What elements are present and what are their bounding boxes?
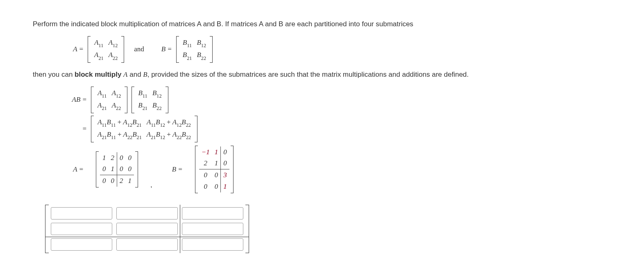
answer-cell-input[interactable] <box>51 238 112 251</box>
matrix-A-cell: 0 <box>117 152 126 164</box>
label-B-eq: B = <box>154 44 172 54</box>
numeric-AB: A = 120001000021 , B = −110210003001 <box>66 146 611 193</box>
label-A-eq-numeric: A = <box>66 165 84 174</box>
answer-cell-input[interactable] <box>51 207 112 219</box>
matrix-A-cell: 1 <box>100 152 109 164</box>
matrix-B-cell: 0 <box>212 169 221 181</box>
matrix-B-cell: 0 <box>199 169 212 181</box>
matrix-B-cell: 1 <box>221 181 229 192</box>
matrix-A-block-copy: A11 A12 A21 A22 <box>91 87 127 113</box>
block-AB-formula: AB = A11 A12 A21 A22 B11 B12 B2 <box>66 87 611 142</box>
label-B-eq-numeric: B = <box>165 165 183 174</box>
matrix-B-block: B11 B12 B21 B22 <box>176 36 213 63</box>
matrix-A-cell: 0 <box>126 163 134 175</box>
matrix-B-cell: 0 <box>212 181 221 192</box>
intro-paragraph-2: then you can block multiply A and B, pro… <box>33 70 611 80</box>
matrix-B-cell: 1 <box>212 146 221 158</box>
connect-word: and <box>134 44 144 54</box>
matrix-B-cell: 0 <box>221 158 229 169</box>
answer-partition-horizontal <box>45 237 249 237</box>
matrix-A-numeric: 120001000021 <box>96 151 138 187</box>
matrix-B-cell: 1 <box>212 158 221 169</box>
answer-cell-input[interactable] <box>51 223 112 235</box>
matrix-A-cell: 2 <box>109 152 117 164</box>
label-AB-eq: AB = <box>66 95 87 105</box>
matrix-A-cell: 0 <box>100 163 109 175</box>
matrix-A-block: A11 A12 A21 A22 <box>88 36 124 63</box>
matrix-A-cell: 0 <box>100 175 109 187</box>
matrix-A-cell: 2 <box>117 175 126 187</box>
answer-cell-input[interactable] <box>182 207 243 219</box>
label-A-eq: A = <box>66 44 84 54</box>
matrix-A-cell: 0 <box>126 152 134 164</box>
matrix-B-cell: 0 <box>221 146 229 158</box>
matrix-A-cell: 0 <box>117 163 126 175</box>
answer-cell-input[interactable] <box>182 238 243 251</box>
answer-cell-input[interactable] <box>116 223 178 235</box>
answer-matrix <box>45 205 249 253</box>
matrix-B-cell: −1 <box>199 146 212 158</box>
label-eq: = <box>66 124 87 134</box>
matrix-B-cell: 3 <box>221 169 229 181</box>
block-definition-AB: A = A11 A12 A21 A22 and B = B11 B12 <box>66 36 611 63</box>
matrix-A-cell: 0 <box>109 175 117 187</box>
matrix-B-numeric: −110210003001 <box>195 146 234 193</box>
matrix-B-block-copy: B11 B12 B21 B22 <box>132 87 168 113</box>
answer-cell-input[interactable] <box>182 223 243 235</box>
intro-paragraph-1: Perform the indicated block multiplicati… <box>33 19 611 29</box>
matrix-B-cell: 0 <box>199 181 212 192</box>
matrix-A-cell: 1 <box>126 175 134 187</box>
matrix-A-cell: 1 <box>109 163 117 175</box>
answer-cell-input[interactable] <box>116 207 178 219</box>
matrix-AB-expanded: A11B11 + A12B21 A11B12 + A12B22 A21B11 +… <box>91 116 197 142</box>
matrix-B-cell: 2 <box>199 158 212 169</box>
answer-cell-input[interactable] <box>116 238 178 251</box>
answer-partition-vertical <box>180 205 180 253</box>
